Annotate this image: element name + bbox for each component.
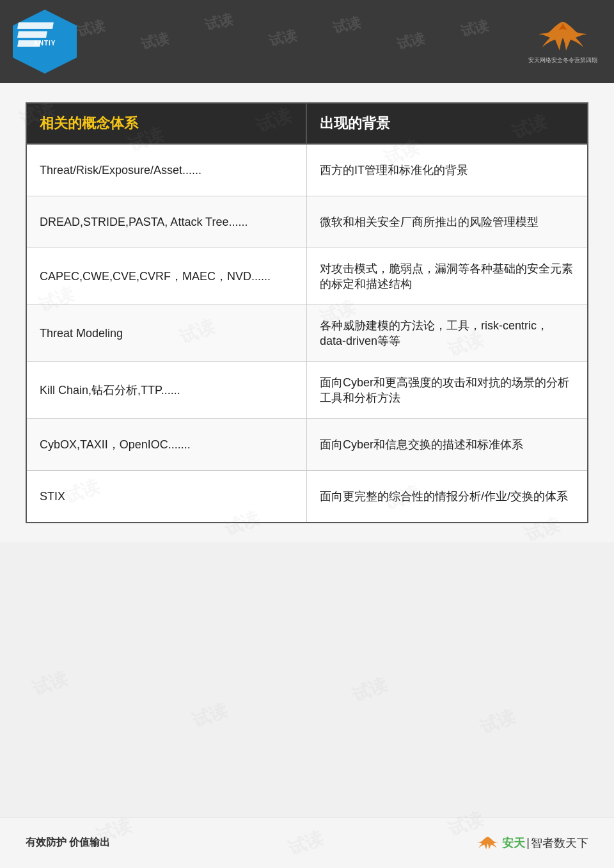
header: ANTIY 试读 试读 试读 试读 试读 试读 试读 安天网络安全冬令营第四期 [0,0,614,83]
cell-left-4: Kill Chain,钻石分析,TTP...... [27,362,307,418]
stripe-3 [17,40,41,47]
cell-left-5: CybOX,TAXII，OpenIOC....... [27,419,307,470]
main-content: 相关的概念体系 出现的背景 Threat/Risk/Exposure/Asset… [0,83,614,542]
stripe-1 [17,22,54,29]
pwm-15: 试读 [189,698,231,734]
table-row: CAPEC,CWE,CVE,CVRF，MAEC，NVD...... 对攻击模式，… [27,248,587,305]
table-row: STIX 面向更完整的综合性的情报分析/作业/交换的体系 [27,471,587,522]
data-table: 相关的概念体系 出现的背景 Threat/Risk/Exposure/Asset… [26,102,588,523]
cell-right-5: 面向Cyber和信息交换的描述和标准体系 [307,419,587,470]
pwm-17: 试读 [476,705,519,740]
hwm-5: 试读 [331,13,363,38]
footer: 有效防护 价值输出 安天 | 智者数天下 [0,817,614,868]
table-row: CybOX,TAXII，OpenIOC....... 面向Cyber和信息交换的… [27,419,587,471]
hwm-3: 试读 [203,10,235,35]
col-left-header: 相关的概念体系 [27,104,307,145]
logo-stripes [18,22,59,61]
footer-right-logo: 安天 | 智者数天下 [476,834,588,852]
cell-left-3: Threat Modeling [27,305,307,361]
cell-right-2: 对攻击模式，脆弱点，漏洞等各种基础的安全元素的标定和描述结构 [307,248,587,304]
cell-left-6: STIX [27,471,307,522]
cell-left-2: CAPEC,CWE,CVE,CVRF，MAEC，NVD...... [27,248,307,304]
footer-brand-green: 安天 [502,835,525,851]
header-right-logo: 安天网络安全冬令营第四期 [524,10,601,74]
hwm-4: 试读 [267,26,299,51]
footer-left-text: 有效防护 价值输出 [26,836,110,849]
table-header-row: 相关的概念体系 出现的背景 [27,104,587,145]
cell-right-0: 西方的IT管理和标准化的背景 [307,145,587,196]
col-right-header: 出现的背景 [307,104,587,145]
cell-left-0: Threat/Risk/Exposure/Asset...... [27,145,307,196]
eagle-icon [537,19,588,54]
footer-brand-pipe: | [526,836,530,849]
footer-brand-container: 安天 | 智者数天下 [502,835,588,851]
hwm-1: 试读 [75,16,107,42]
cell-right-6: 面向更完整的综合性的情报分析/作业/交换的体系 [307,471,587,522]
footer-eagle-icon [476,834,499,852]
footer-brand-dark: 智者数天下 [531,835,588,851]
table-row: DREAD,STRIDE,PASTA, Attack Tree...... 微软… [27,196,587,248]
stripe-2 [17,31,47,38]
cell-left-1: DREAD,STRIDE,PASTA, Attack Tree...... [27,196,307,248]
hwm-2: 试读 [139,29,171,54]
table-row: Kill Chain,钻石分析,TTP...... 面向Cyber和更高强度的攻… [27,362,587,419]
header-watermarks: 试读 试读 试读 试读 试读 试读 试读 [0,0,614,83]
right-logo-subtext: 安天网络安全冬令营第四期 [528,56,597,65]
cell-right-1: 微软和相关安全厂商所推出的风险管理模型 [307,196,587,248]
hwm-6: 试读 [395,29,427,54]
table-row: Threat Modeling 各种威胁建模的方法论，工具，risk-centr… [27,305,587,362]
cell-right-3: 各种威胁建模的方法论，工具，risk-centric，data-driven等等 [307,305,587,361]
cell-right-4: 面向Cyber和更高强度的攻击和对抗的场景的分析工具和分析方法 [307,362,587,418]
table-row: Threat/Risk/Exposure/Asset...... 西方的IT管理… [27,145,587,196]
logo-hexagon: ANTIY [13,10,77,74]
pwm-16: 试读 [349,673,391,708]
hwm-7: 试读 [459,16,491,42]
pwm-14: 试读 [29,667,71,702]
